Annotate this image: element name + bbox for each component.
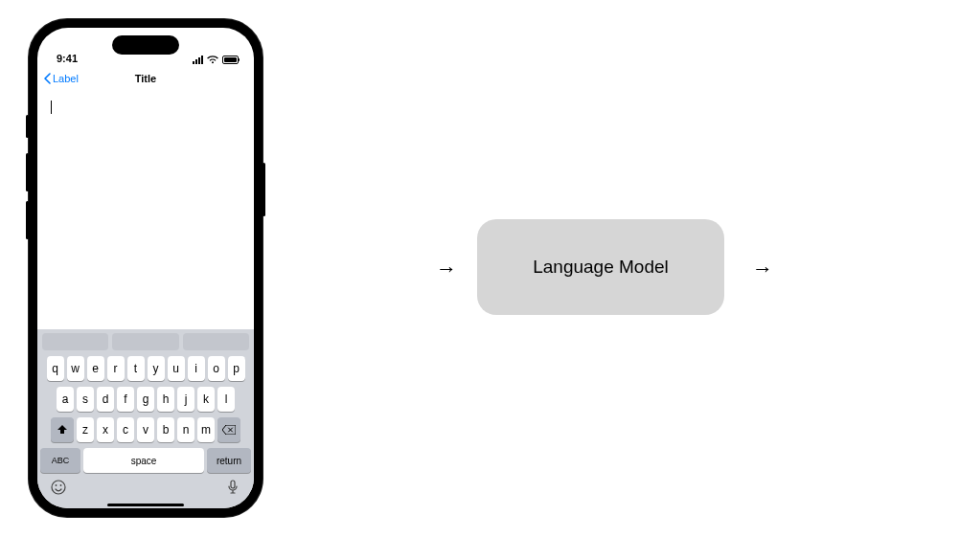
key-abc[interactable]: ABC [40, 448, 80, 473]
keyboard-row-2: a s d f g h j k l [40, 387, 251, 412]
back-label: Label [53, 73, 79, 84]
key-r[interactable]: r [107, 356, 125, 381]
keyboard-row-1: q w e r t y u i o p [40, 356, 251, 381]
language-model-label: Language Model [533, 257, 669, 278]
key-h[interactable]: h [157, 387, 174, 412]
keyboard-row-3: z x c v b n m [40, 417, 251, 442]
svg-point-0 [52, 481, 65, 494]
key-u[interactable]: u [168, 356, 185, 381]
svg-point-1 [56, 484, 57, 486]
key-v[interactable]: v [137, 417, 154, 442]
prediction-row [40, 333, 251, 356]
key-return[interactable]: return [207, 448, 251, 473]
prediction-slot[interactable] [183, 333, 249, 350]
key-y[interactable]: y [148, 356, 165, 381]
side-button [26, 115, 29, 138]
key-i[interactable]: i [188, 356, 205, 381]
microphone-icon [227, 480, 239, 495]
dynamic-island [112, 35, 179, 55]
key-j[interactable]: j [177, 387, 194, 412]
dictation-button[interactable] [224, 479, 241, 496]
chevron-left-icon [43, 73, 51, 84]
key-shift[interactable] [51, 417, 74, 442]
key-e[interactable]: e [87, 356, 104, 381]
key-k[interactable]: k [197, 387, 215, 412]
cellular-icon [193, 56, 203, 64]
key-m[interactable]: m [197, 417, 215, 442]
wifi-icon [207, 56, 218, 64]
arrow-right-icon: → [436, 258, 457, 280]
language-model-box: Language Model [477, 219, 724, 315]
side-button [26, 201, 29, 239]
key-d[interactable]: d [97, 387, 114, 412]
emoji-icon [51, 480, 66, 495]
key-b[interactable]: b [157, 417, 174, 442]
key-n[interactable]: n [177, 417, 194, 442]
side-button [263, 163, 265, 216]
text-input-area[interactable] [37, 91, 254, 329]
key-space[interactable]: space [83, 448, 204, 473]
key-w[interactable]: w [67, 356, 84, 381]
key-x[interactable]: x [97, 417, 114, 442]
emoji-button[interactable] [50, 479, 67, 496]
arrow-right-icon: → [752, 258, 773, 280]
key-l[interactable]: l [217, 387, 235, 412]
key-f[interactable]: f [117, 387, 134, 412]
svg-rect-3 [231, 481, 235, 488]
key-delete[interactable] [217, 417, 240, 442]
delete-icon [222, 425, 236, 435]
battery-icon [222, 56, 239, 64]
key-s[interactable]: s [77, 387, 94, 412]
text-cursor [51, 101, 52, 114]
key-z[interactable]: z [77, 417, 94, 442]
side-button [26, 153, 29, 191]
prediction-slot[interactable] [112, 333, 178, 350]
page-title: Title [135, 73, 156, 84]
shift-icon [57, 424, 68, 436]
svg-point-2 [60, 484, 62, 486]
key-q[interactable]: q [47, 356, 64, 381]
home-indicator[interactable] [107, 504, 184, 506]
key-p[interactable]: p [228, 356, 245, 381]
key-g[interactable]: g [137, 387, 154, 412]
iphone-mockup: 9:41 Label Title [29, 19, 263, 517]
keyboard: q w e r t y u i o p a s d f g h [37, 329, 254, 508]
navigation-bar: Label Title [37, 66, 254, 91]
key-c[interactable]: c [117, 417, 134, 442]
key-a[interactable]: a [57, 387, 74, 412]
status-time: 9:41 [57, 53, 78, 64]
key-o[interactable]: o [208, 356, 225, 381]
key-t[interactable]: t [127, 356, 145, 381]
keyboard-row-4: ABC space return [40, 448, 251, 473]
prediction-slot[interactable] [42, 333, 108, 350]
back-button[interactable]: Label [43, 73, 79, 84]
